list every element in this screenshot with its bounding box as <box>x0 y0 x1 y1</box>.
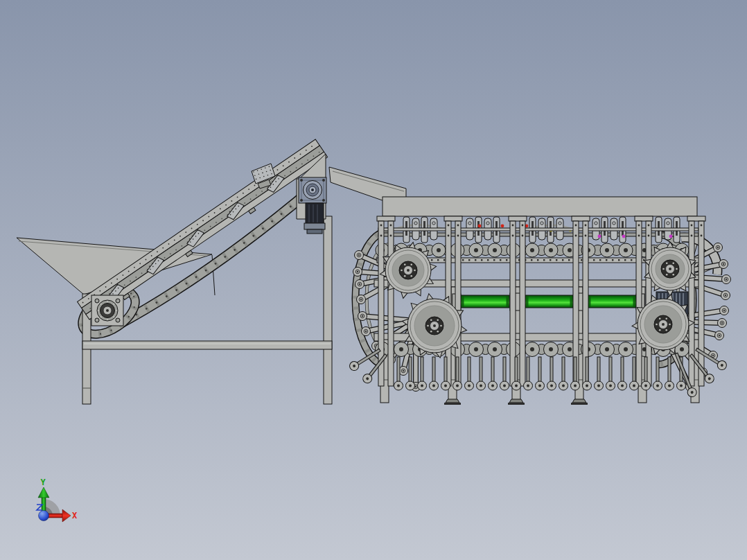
roller-mounts <box>451 287 645 334</box>
frame-post[interactable] <box>636 221 642 386</box>
tail-flange-bearing[interactable] <box>91 295 123 326</box>
y-axis-label: Y <box>40 478 46 487</box>
conveyor-rear-leg[interactable] <box>324 216 332 404</box>
frame-post[interactable] <box>520 221 525 386</box>
frame-post[interactable] <box>388 221 394 386</box>
marker-dot <box>478 225 482 228</box>
motor-end-band <box>304 223 325 229</box>
grading-machine[interactable] <box>348 197 730 405</box>
marker-dot <box>501 225 504 228</box>
x-axis-label: X <box>72 511 78 520</box>
motor-end-cap <box>307 229 322 234</box>
motor-body[interactable] <box>306 203 324 224</box>
leveling-foot <box>509 399 523 403</box>
leveling-foot <box>446 399 459 403</box>
marker-dot <box>598 235 601 238</box>
green-roller-bank[interactable] <box>452 293 644 310</box>
cad-viewport: Y X <box>0 0 747 560</box>
leveling-foot <box>572 399 586 403</box>
green-roller[interactable] <box>588 295 636 308</box>
conveyor-cross-beam[interactable] <box>82 341 332 349</box>
inclined-conveyor-assembly[interactable] <box>17 139 332 404</box>
marker-dot <box>669 235 673 238</box>
origin-sphere[interactable] <box>39 511 49 521</box>
coordinate-triad[interactable]: Y X <box>37 478 78 522</box>
marker-dot <box>622 235 626 238</box>
machine-top-plate[interactable] <box>383 197 697 216</box>
frame-post[interactable] <box>689 221 694 386</box>
frame-post[interactable] <box>698 221 704 386</box>
shaft-center <box>311 189 314 191</box>
green-roller[interactable] <box>461 295 509 308</box>
green-roller[interactable] <box>525 295 573 308</box>
